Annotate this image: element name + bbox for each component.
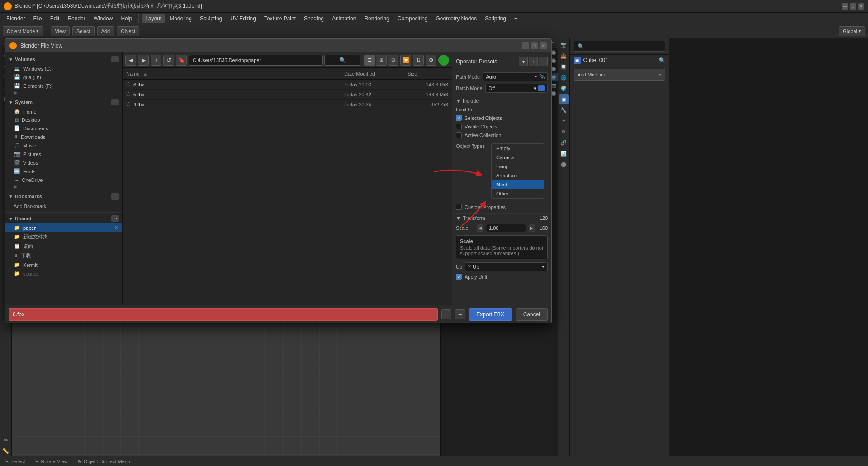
export-fbx-button[interactable]: Export FBX [469,308,512,321]
custom-props-row[interactable]: Custom Properties [452,203,551,211]
forward-btn[interactable]: ▶ [138,55,149,66]
refresh-btn[interactable]: ↺ [163,55,174,66]
settings-btn[interactable]: ⚙ [426,55,436,66]
modifier-obj-search-icon[interactable]: 🔍 [659,57,665,63]
recent-paper-close-icon[interactable]: ✕ [114,225,119,231]
bookmark-btn[interactable]: 🔖 [176,55,187,66]
volumes-options-btn[interactable]: ⋯ [111,56,119,62]
back-btn[interactable]: ◀ [125,55,136,66]
sys-pictures[interactable]: 📷 Pictures [5,150,122,158]
modifier-search[interactable]: 🔍 [574,41,665,52]
measure-tool-btn[interactable]: 📏 [1,446,11,456]
selected-objects-row[interactable]: Selected Objects [452,114,551,122]
system-options-btn[interactable]: ⋯ [111,99,119,105]
bookmarks-section[interactable]: ▼ Bookmarks ⋯ [5,191,122,201]
modifier-props-icon[interactable]: 🔧 [559,105,569,115]
menu-render[interactable]: Render [64,14,89,23]
workspace-geometry-nodes[interactable]: Geometry Nodes [432,14,481,23]
cancel-button[interactable]: Cancel [516,308,548,321]
workspace-shading[interactable]: Shading [300,14,327,23]
scene-props-icon[interactable]: 🌐 [559,72,569,82]
add-bookmark-btn[interactable]: + Add Bookmark [5,201,122,211]
workspace-texture-paint[interactable]: Texture Paint [261,14,299,23]
world-props-icon[interactable]: 🌍 [559,83,569,93]
col-name-header[interactable]: Name ▲ [126,71,344,76]
sort-btn[interactable]: ⇅ [413,55,424,66]
path-mode-dropdown[interactable]: Auto ▾ 📎 [483,72,548,81]
options-remove-btn[interactable]: — [539,57,548,66]
render-props-icon[interactable]: 📷 [559,40,569,50]
constraints-icon[interactable]: 🔗 [559,138,569,147]
minimize-button[interactable]: — [842,3,848,10]
apply-unit-checkbox[interactable] [456,274,462,280]
type-camera[interactable]: Camera [492,153,544,162]
output-props-icon[interactable]: 📤 [559,51,569,61]
workspace-animation[interactable]: Animation [328,14,360,23]
volume-windows[interactable]: 💻 Windows (C:) [5,64,122,73]
col-date-header[interactable]: Date Modified [344,71,408,76]
menu-file[interactable]: File [29,14,45,23]
scale-field[interactable]: 1.00 [486,224,526,232]
search-bar[interactable]: 🔍 [324,55,360,66]
recent-kermit[interactable]: 📁 Kermit [5,261,122,269]
file-row-1[interactable]: ⬡ 5.fbx Today 20:42 143.6 MiB [123,90,452,100]
file-row-2[interactable]: ⬡ 4.fbx Today 20:35 452 KiB [123,100,452,109]
sys-fonts[interactable]: 🔤 Fonts [5,167,122,176]
include-section-toggle[interactable]: ▼ Include [452,96,551,105]
sys-desktop[interactable]: 🖥 Desktop [5,116,122,124]
file-name-plus-btn[interactable]: + [455,309,465,319]
custom-props-checkbox[interactable] [456,204,462,210]
type-lamp[interactable]: Lamp [492,162,544,171]
add-menu[interactable]: Add [97,26,114,36]
type-empty[interactable]: Empty [492,144,544,153]
sys-videos[interactable]: 🎬 Videos [5,158,122,167]
up-dropdown[interactable]: Y Up ▾ [465,262,548,271]
system-section[interactable]: ▼ System ⋯ [5,97,122,107]
recent-new-folder[interactable]: 📁 新建文件夹 [5,232,122,242]
workspace-sculpting[interactable]: Sculpting [196,14,226,23]
type-mesh[interactable]: Mesh [492,180,544,189]
recent-paper[interactable]: 📁 paper ✕ [5,223,122,232]
object-props-icon[interactable]: ▣ [559,94,569,104]
workspace-compositing[interactable]: Compositing [394,14,432,23]
volumes-section[interactable]: ▼ Volumes ⋯ [5,54,122,64]
col-size-header[interactable]: Size [408,71,448,76]
sys-downloads[interactable]: ⬇ Downloads [5,133,122,141]
scale-increment-btn[interactable]: ▶ [529,224,535,232]
type-other[interactable]: Other [492,189,544,198]
sys-documents[interactable]: 📄 Documents [5,124,122,133]
type-armature[interactable]: Armature [492,171,544,180]
physics-props-icon[interactable]: ⚙ [559,127,569,137]
apply-unit-row[interactable]: Apply Unit [452,272,551,281]
recent-options-btn[interactable]: ⋯ [111,215,119,222]
add-workspace-button[interactable]: + [511,14,521,23]
up-dir-btn[interactable]: ↑ [151,55,161,66]
select-menu[interactable]: Select [72,26,95,36]
add-modifier-button[interactable]: Add Modifier ▾ [574,69,665,81]
selected-objects-checkbox[interactable] [456,115,462,121]
transform-section-toggle[interactable]: ▼ Transform 120 [452,213,551,223]
sys-home[interactable]: 🏠 Home [5,107,122,116]
maximize-button[interactable]: □ [850,3,856,10]
scale-decrement-btn[interactable]: ◀ [477,224,483,232]
annotate-tool-btn[interactable]: ✏ [1,435,11,445]
volumes-more[interactable]: ▶ [5,90,122,95]
view-menu[interactable]: View [51,26,70,36]
sys-onedrive[interactable]: ☁ OneDrive [5,176,122,184]
icon-view-btn[interactable]: ⊟ [388,55,398,66]
global-dropdown[interactable]: Global ▾ [839,26,865,36]
list-view-btn[interactable]: ☰ [364,55,375,66]
close-button[interactable]: ✕ [858,3,864,10]
recent-section[interactable]: ▼ Recent ⋯ [5,214,122,223]
particles-props-icon[interactable]: ✦ [559,116,569,126]
dialog-maximize-btn[interactable]: □ [531,42,538,49]
recent-desktop[interactable]: 📋 桌面 [5,242,122,251]
workspace-rendering[interactable]: Rendering [360,14,393,23]
bookmarks-options-btn[interactable]: ⋯ [111,193,119,200]
menu-window[interactable]: Window [90,14,117,23]
filter-btn[interactable]: 🔽 [400,55,411,66]
file-name-minus-btn[interactable]: — [441,309,451,319]
path-bar[interactable]: C:\Users\13535\Desktop\paper [189,55,323,66]
options-add-btn[interactable]: + [529,57,538,66]
workspace-uv-editing[interactable]: UV Editing [227,14,260,23]
